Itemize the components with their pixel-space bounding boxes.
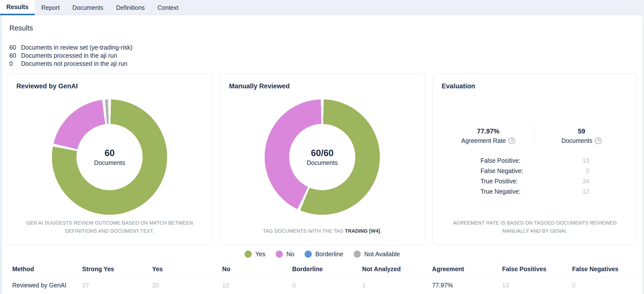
caption-tag-name: TRADING [W4] bbox=[345, 228, 380, 234]
page-title: Results bbox=[9, 24, 637, 32]
cell-strong-yes: 27 bbox=[78, 282, 148, 289]
table-row: Reviewed by GenAI 27 20 12 0 1 77.97% 13… bbox=[7, 277, 637, 294]
table-header-row: Method Strong Yes Yes No Borderline Not … bbox=[7, 264, 637, 277]
cell-false-positives: 13 bbox=[497, 282, 567, 289]
cell-yes: 20 bbox=[147, 282, 217, 289]
metric-label: False Negative: bbox=[480, 166, 523, 176]
tab-bar: Results Report Documents Definitions Con… bbox=[0, 0, 644, 15]
card-caption: GEN AI SUGGESTS REVIEW OUTCOME BASED ON … bbox=[19, 219, 200, 235]
legend-item-yes: Yes bbox=[244, 251, 266, 258]
summary-row-review-set: 60 Documents in review set (ye-trading-r… bbox=[9, 43, 637, 51]
metric-true-positive: True Positive: 34 bbox=[480, 176, 589, 186]
cell-no: 12 bbox=[217, 282, 288, 289]
borderline-swatch-icon bbox=[304, 251, 312, 258]
card-title: Evaluation bbox=[442, 82, 628, 90]
legend-item-borderline: Borderline bbox=[304, 251, 343, 258]
tab-documents-label: Documents bbox=[72, 4, 103, 11]
card-manually-reviewed: Manually Reviewed 60/60 Documents TAG DO… bbox=[220, 73, 425, 245]
col-borderline: Borderline bbox=[287, 265, 357, 273]
caption-prefix: TAG DOCUMENTS WITH THE TAG bbox=[263, 228, 345, 234]
card-caption: AGREEMENT RATE IS BASED ON TAGGED DOCUME… bbox=[444, 219, 625, 235]
summary-value: 60 bbox=[9, 52, 21, 59]
legend-label: Borderline bbox=[316, 251, 343, 258]
tab-results[interactable]: Results bbox=[0, 0, 35, 15]
summary-label: Documents processed in the aji run bbox=[21, 52, 117, 59]
genai-donut-chart[interactable]: 60 Documents bbox=[52, 99, 167, 215]
summary-counts: 60 Documents in review set (ye-trading-r… bbox=[9, 43, 637, 67]
metric-value: 12 bbox=[582, 186, 589, 197]
cell-method: Reviewed by GenAI bbox=[7, 282, 78, 289]
metric-false-positive: False Positive: 13 bbox=[480, 155, 589, 166]
tab-report-label: Report bbox=[41, 4, 60, 11]
manual-donut-chart[interactable]: 60/60 Documents bbox=[265, 99, 380, 215]
legend-label: No bbox=[286, 251, 294, 258]
donut-center-label: Documents bbox=[307, 159, 338, 166]
help-icon[interactable]: ? bbox=[595, 137, 602, 144]
col-agreement: Agreement bbox=[427, 265, 497, 273]
col-yes: Yes bbox=[147, 265, 217, 273]
metric-value: 13 bbox=[582, 155, 589, 166]
tab-results-label: Results bbox=[6, 4, 28, 11]
legend-item-not-available: Not Available bbox=[354, 251, 400, 258]
evaluation-stats: 77.97% Agreement Rate ? 59 Documents ? bbox=[442, 127, 628, 145]
col-not-analyzed: Not Analyzed bbox=[357, 265, 427, 273]
stat-label-text: Agreement Rate bbox=[461, 137, 506, 144]
agreement-rate-label: Agreement Rate ? bbox=[442, 137, 535, 144]
metric-label: True Positive: bbox=[480, 176, 518, 186]
metric-value: 34 bbox=[582, 176, 589, 186]
tab-documents[interactable]: Documents bbox=[66, 0, 110, 15]
metric-false-negative: False Negative: 0 bbox=[480, 166, 589, 176]
cards-row: Reviewed by GenAI 60 Documents GEN AI SU… bbox=[7, 73, 637, 245]
legend-label: Not Available bbox=[364, 251, 400, 258]
cell-not-analyzed: 1 bbox=[357, 282, 427, 289]
metric-label: False Positive: bbox=[480, 155, 520, 166]
tab-context[interactable]: Context bbox=[151, 0, 185, 15]
card-title: Reviewed by GenAI bbox=[16, 82, 203, 90]
card-evaluation: Evaluation 77.97% Agreement Rate ? 59 Do… bbox=[432, 73, 637, 245]
metric-label: True Negative: bbox=[480, 186, 520, 197]
col-false-positives: False Positives bbox=[497, 265, 567, 273]
caption-suffix: . bbox=[380, 228, 382, 234]
summary-label: Documents in review set (ye-trading-risk… bbox=[21, 43, 132, 51]
documents-stat: 59 Documents ? bbox=[535, 128, 628, 144]
col-method: Method bbox=[7, 265, 78, 273]
results-table: Method Strong Yes Yes No Borderline Not … bbox=[7, 264, 637, 294]
donut-center-value: 60 bbox=[105, 148, 115, 158]
chart-legend: Yes No Borderline Not Available bbox=[7, 251, 637, 258]
donut-center: 60 Documents bbox=[76, 124, 142, 190]
summary-row-processed: 60 Documents processed in the aji run bbox=[9, 52, 637, 59]
legend-label: Yes bbox=[255, 251, 266, 258]
not-available-swatch-icon bbox=[354, 251, 361, 258]
summary-value: 0 bbox=[9, 60, 21, 67]
no-swatch-icon bbox=[276, 251, 283, 258]
col-no: No bbox=[217, 265, 288, 273]
metric-true-negative: True Negative: 12 bbox=[480, 186, 589, 197]
col-strong-yes: Strong Yes bbox=[78, 265, 148, 273]
results-panel: Results 60 Documents in review set (ye-t… bbox=[2, 15, 642, 294]
documents-label: Documents ? bbox=[535, 137, 628, 144]
yes-swatch-icon bbox=[244, 251, 252, 258]
cell-borderline: 0 bbox=[287, 282, 357, 289]
col-false-negatives: False Negatives bbox=[567, 265, 637, 273]
card-reviewed-by-genai: Reviewed by GenAI 60 Documents GEN AI SU… bbox=[7, 73, 212, 245]
summary-row-not-processed: 0 Documents not processed in the aji run bbox=[9, 60, 637, 67]
help-icon[interactable]: ? bbox=[508, 137, 515, 144]
summary-label: Documents not processed in the aji run bbox=[21, 60, 128, 67]
card-caption: TAG DOCUMENTS WITH THE TAG TRADING [W4]. bbox=[232, 227, 413, 235]
tab-context-label: Context bbox=[158, 4, 179, 11]
tab-definitions[interactable]: Definitions bbox=[110, 0, 151, 15]
donut-center: 60/60 Documents bbox=[289, 124, 355, 190]
stat-label-text: Documents bbox=[562, 137, 592, 144]
evaluation-metrics: False Positive: 13 False Negative: 0 Tru… bbox=[480, 155, 589, 197]
agreement-rate-value: 77.97% bbox=[442, 128, 535, 135]
legend-item-no: No bbox=[276, 251, 294, 258]
cell-false-negatives: 0 bbox=[567, 282, 637, 289]
agreement-rate-stat: 77.97% Agreement Rate ? bbox=[442, 128, 535, 144]
cell-agreement: 77.97% bbox=[427, 282, 497, 289]
documents-value: 59 bbox=[535, 128, 628, 135]
donut-center-value: 60/60 bbox=[311, 148, 334, 158]
tab-definitions-label: Definitions bbox=[116, 4, 145, 11]
donut-center-label: Documents bbox=[94, 159, 125, 166]
summary-value: 60 bbox=[9, 43, 21, 51]
tab-report[interactable]: Report bbox=[35, 0, 66, 15]
